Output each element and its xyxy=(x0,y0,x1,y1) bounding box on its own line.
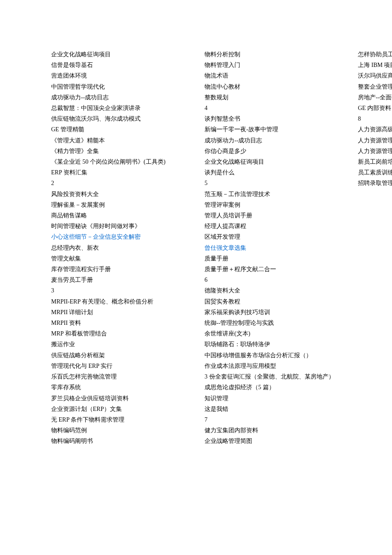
list-item: GE 内部资料 xyxy=(358,103,392,113)
list-item: MRPII 详细计划 xyxy=(51,307,187,318)
document-page: 企业文化战略征询项目信誉是领导基石营造团体环境中国管理哲学现代化成功驱动力--成… xyxy=(0,0,392,478)
list-item: 知识管理 xyxy=(205,393,341,404)
list-item: 物料编码阐明书 xyxy=(51,436,187,446)
list-item: 零库存系统 xyxy=(51,382,187,393)
list-item: 范玉顺－工作流管理技术 xyxy=(205,189,341,199)
list-item: 健力宝集团内部资料 xyxy=(205,425,341,436)
list-item: 8 xyxy=(358,113,392,124)
list-item: 招聘录取管理措施 xyxy=(358,178,392,188)
list-item: 房地产--全面信息化处理方案 xyxy=(358,92,392,103)
list-item: 企业文化战略征询项目 xyxy=(205,156,341,167)
list-item: 家乐福采购谈判技巧培训 xyxy=(205,307,341,318)
list-item: 罗兰贝格企业供应链培训资料 xyxy=(51,393,187,404)
list-item: 区域开发管理 xyxy=(205,231,341,242)
list-item: 成功驱动力--成功日志 xyxy=(51,92,187,103)
list-item: 信誉是领导基石 xyxy=(51,60,187,70)
list-item: 质量手册＋程序文献二合一 xyxy=(205,264,341,275)
list-item: 中国移动增值服务市场综合分析汇报（） xyxy=(205,350,341,361)
list-item: 5 xyxy=(205,178,341,188)
list-item: 整数规划 xyxy=(205,92,341,103)
list-item: 理解雀巢－发展案例 xyxy=(51,199,187,210)
list-item: 员工素质训练 xyxy=(358,167,392,178)
list-item: 管理人员培训手册 xyxy=(205,210,341,221)
list-item: ERP 资料汇集 xyxy=(51,167,187,178)
list-item: 库存管理流程实行手册 xyxy=(51,264,187,275)
list-item: GE 管理精髓 xyxy=(51,124,187,135)
list-item: 新编一千零一夜-故事中管理 xyxy=(205,124,341,135)
list-item: 6 xyxy=(205,275,341,285)
list-item: 整套企业管理制度 xyxy=(358,81,392,92)
list-item: 供应链战略分析框架 xyxy=(51,350,187,361)
list-item: 物料编码范例 xyxy=(51,425,187,436)
list-item: 无 ERP 条件下物料需求管理 xyxy=(51,414,187,425)
list-item: 风险投资资料大全 xyxy=(51,189,187,199)
list-item: 管理评审案例 xyxy=(205,199,341,210)
list-item: MRPII 资料 xyxy=(51,318,187,328)
list-item: 人力资源管理制度表格全套样本 xyxy=(358,146,392,156)
list-item: 《某企业近 50 个岗位岗位阐明书》(工具类) xyxy=(51,156,187,167)
list-item: 营造团体环境 xyxy=(51,70,187,81)
list-item: 时间管理秘诀《用好时间做对事》 xyxy=(51,221,187,231)
list-item: 上海 IBM 项目经理培训 xyxy=(358,60,392,70)
list-item: 你信心商是多少 xyxy=(205,146,341,156)
list-item: 商品销售谋略 xyxy=(51,210,187,221)
list-item: MRPII-ERP 有关理论、概念和价值分析 xyxy=(51,296,187,307)
list-item: 人力资源高级研修班详细讲义 xyxy=(358,124,392,135)
list-item: 余世维讲座(文本) xyxy=(205,328,341,339)
list-item: 乐百氏怎样完善物流管理 xyxy=(51,371,187,382)
list-item: 质量手册 xyxy=(205,253,341,264)
list-item: 供应链物流沃尔玛、海尔成功模式 xyxy=(51,113,187,124)
list-item: 作业成本法原理与应用模型 xyxy=(205,361,341,371)
list-item: 企业文化战略征询项目 xyxy=(51,49,187,60)
list-item: 总裁智慧：中国顶尖企业家演讲录 xyxy=(51,103,187,113)
list-item: 成功驱动力--成功日志 xyxy=(205,135,341,146)
list-item: 3 xyxy=(51,285,187,296)
list-item: 企业资源计划（ERP）文集 xyxy=(51,404,187,414)
list-item: MRP 和看板管理结合 xyxy=(51,328,187,339)
list-item: 7 xyxy=(205,414,341,425)
list-item: 曾仕强文章选集 xyxy=(205,243,341,253)
list-item: 总经理内衣、新衣 xyxy=(51,243,187,253)
list-item: 中国管理哲学现代化 xyxy=(51,81,187,92)
list-item: 管理现代化与 ERP 实行 xyxy=(51,361,187,371)
list-item: 新员工岗前培训管理措施 xyxy=(358,156,392,167)
list-item: 这是我错 xyxy=(205,404,341,414)
list-item: 物流术语 xyxy=(205,70,341,81)
list-item: 2 xyxy=(51,178,187,188)
list-item: 成思危论虚拟经济（5 篇） xyxy=(205,382,341,393)
list-item: 谈判智慧全书 xyxy=(205,113,341,124)
list-item: 统御--管理控制理论与实践 xyxy=(205,318,341,328)
list-item: 人力资源管理教程 xyxy=(358,135,392,146)
list-item: 3 份全套征询汇报（全聚德、北航院、某房地产） xyxy=(205,371,341,382)
list-item: 国贸实务教程 xyxy=(205,296,341,307)
list-item: 管理文献集 xyxy=(51,253,187,264)
list-item: 麦当劳员工手册 xyxy=(51,275,187,285)
list-item: 物料分析控制 xyxy=(205,49,341,60)
list-item: 《精力管理》全集 xyxy=(51,146,187,156)
list-item: 怎样协助员工在工作中有更好体现 xyxy=(358,49,392,60)
list-item: 搬运作业 xyxy=(51,339,187,350)
list-item: 德隆资料大全 xyxy=(205,285,341,296)
list-item: 经理人提高课程 xyxy=(205,221,341,231)
list-item: 谈判是什么 xyxy=(205,167,341,178)
list-item: 职场铺路石：职场特洛伊 xyxy=(205,339,341,350)
list-item: 4 xyxy=(205,103,341,113)
list-item: 物料管理入门 xyxy=(205,60,341,70)
list-item: 企业战略管理简图 xyxy=(205,436,341,446)
list-item: 物流中心教材 xyxy=(205,81,341,92)
list-item: 小心这些细节－企业信息安全解密 xyxy=(51,231,187,242)
list-item: 沃尔玛供应商工厂认证手册 xyxy=(358,70,392,81)
list-item: 《管理大道》精髓本 xyxy=(51,135,187,146)
